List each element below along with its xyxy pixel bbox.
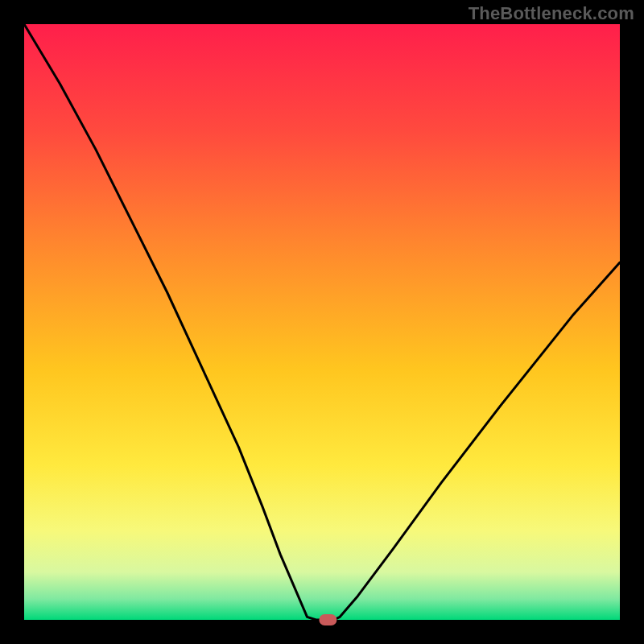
bottleneck-chart: TheBottleneck.com bbox=[0, 0, 644, 644]
bottleneck-marker bbox=[319, 614, 336, 625]
chart-canvas bbox=[0, 0, 644, 644]
attribution-label: TheBottleneck.com bbox=[469, 3, 634, 24]
plot-background bbox=[24, 24, 620, 620]
